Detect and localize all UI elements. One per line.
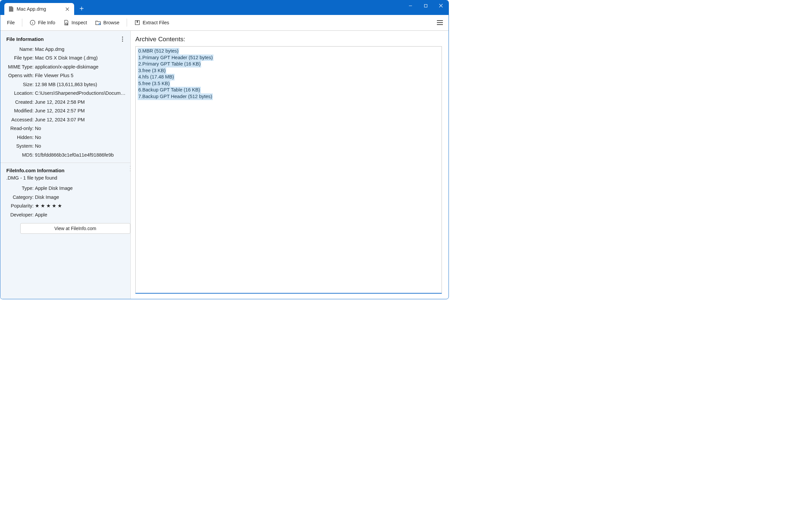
extract-icon bbox=[134, 20, 140, 25]
row-developer: Developer:Apple bbox=[0, 210, 130, 219]
row-created: Created:June 12, 2024 2:58 PM bbox=[0, 98, 130, 107]
main-area: File Information Name:Mac App.dmg File t… bbox=[0, 31, 449, 299]
row-system: System:No bbox=[0, 141, 130, 150]
row-modified: Modified:June 12, 2024 2:57 PM bbox=[0, 107, 130, 115]
archive-contents-list[interactable]: 0.MBR (512 bytes)1.Primary GPT Header (5… bbox=[135, 46, 442, 293]
toolbar-separator bbox=[127, 19, 127, 26]
row-hidden: Hidden:No bbox=[0, 133, 130, 141]
archive-contents-heading: Archive Contents: bbox=[135, 36, 442, 43]
archive-entry[interactable]: 5.free (3.5 KB) bbox=[138, 80, 440, 87]
fileinfo-summary: .DMG - 1 file type found bbox=[0, 174, 130, 184]
window-controls bbox=[403, 0, 449, 15]
row-name: Name:Mac App.dmg bbox=[0, 45, 130, 54]
file-info-button[interactable]: File Info bbox=[26, 18, 58, 27]
tab-active[interactable]: Mac App.dmg bbox=[4, 3, 74, 15]
browse-label: Browse bbox=[103, 20, 119, 25]
inspect-button[interactable]: Inspect bbox=[60, 18, 91, 27]
svg-rect-0 bbox=[424, 4, 427, 7]
close-window-button[interactable] bbox=[433, 0, 449, 11]
row-accessed: Accessed:June 12, 2024 3:07 PM bbox=[0, 115, 130, 124]
archive-entry[interactable]: 4.hfs (17.48 MB) bbox=[138, 74, 440, 80]
archive-entry[interactable]: 6.Backup GPT Table (16 KB) bbox=[138, 87, 440, 93]
titlebar: Mac App.dmg bbox=[0, 0, 449, 15]
file-icon bbox=[9, 6, 13, 12]
archive-entry[interactable]: 3.free (3 KB) bbox=[138, 68, 440, 74]
inspect-icon bbox=[63, 20, 69, 25]
tab-title: Mac App.dmg bbox=[17, 6, 60, 12]
split-handle[interactable] bbox=[129, 165, 131, 172]
row-type: Type:Apple Disk Image bbox=[0, 184, 130, 192]
view-at-fileinfo-button[interactable]: View at FileInfo.com bbox=[20, 223, 130, 234]
row-file-type: File type:Mac OS X Disk Image (.dmg) bbox=[0, 54, 130, 62]
new-tab-button[interactable] bbox=[76, 3, 87, 14]
browse-button[interactable]: Browse bbox=[92, 18, 123, 27]
row-size: Size:12.98 MB (13,611,863 bytes) bbox=[0, 80, 130, 89]
minimize-button[interactable] bbox=[403, 0, 418, 11]
row-md5: MD5:91fbfdd866b3c1ef0a11e4f91886fe9b bbox=[0, 151, 130, 159]
browse-icon bbox=[95, 20, 101, 25]
row-mime: MIME Type:application/x-apple-diskimage bbox=[0, 62, 130, 71]
row-location: Location:C:\Users\SharpenedProductions\D… bbox=[0, 89, 130, 97]
panel-more-button[interactable] bbox=[119, 35, 126, 43]
content-panel: Archive Contents: 0.MBR (512 bytes)1.Pri… bbox=[131, 31, 449, 299]
row-popularity: Popularity:★ ★ ★ ★ ★ bbox=[0, 202, 130, 210]
extract-files-button[interactable]: Extract Files bbox=[131, 18, 173, 27]
file-menu[interactable]: File bbox=[4, 18, 18, 27]
archive-entry[interactable]: 7.Backup GPT Header (512 bytes) bbox=[138, 93, 440, 100]
toolbar: File File Info Inspect Browse Extract Fi… bbox=[0, 15, 449, 31]
file-menu-label: File bbox=[7, 20, 15, 25]
row-category: Category:Disk Image bbox=[0, 193, 130, 202]
extract-label: Extract Files bbox=[142, 20, 169, 25]
archive-entry[interactable]: 0.MBR (512 bytes) bbox=[138, 48, 440, 55]
inspect-label: Inspect bbox=[72, 20, 87, 25]
maximize-button[interactable] bbox=[418, 0, 433, 11]
side-panel: File Information Name:Mac App.dmg File t… bbox=[0, 31, 131, 299]
row-read-only: Read-only:No bbox=[0, 124, 130, 133]
file-info-label: File Info bbox=[38, 20, 55, 25]
toolbar-separator bbox=[22, 19, 22, 26]
menu-button[interactable] bbox=[435, 17, 445, 28]
archive-entry[interactable]: 2.Primary GPT Table (16 KB) bbox=[138, 61, 440, 68]
archive-entry[interactable]: 1.Primary GPT Header (512 bytes) bbox=[138, 55, 440, 61]
close-tab-button[interactable] bbox=[63, 5, 71, 13]
fileinfo-heading: FileInfo.com Information bbox=[0, 163, 130, 174]
file-info-heading: File Information bbox=[6, 36, 44, 42]
hamburger-icon bbox=[437, 22, 443, 23]
row-opens-with: Opens with:File Viewer Plus 5 bbox=[0, 71, 130, 80]
info-icon bbox=[30, 20, 36, 25]
